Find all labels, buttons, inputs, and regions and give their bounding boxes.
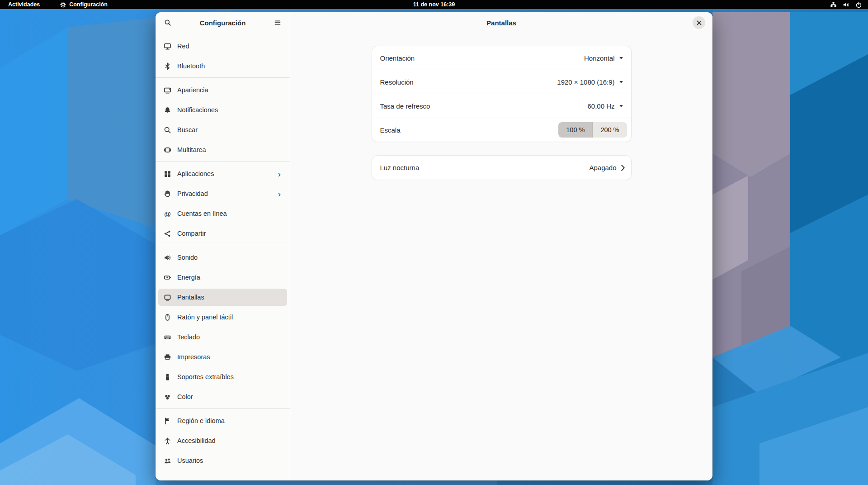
search-icon	[164, 126, 171, 134]
sidebar-item-label: Ratón y panel táctil	[177, 314, 233, 321]
scale-row: Escala 100 % 200 %	[372, 118, 631, 142]
sidebar-item-accesibilidad[interactable]: Accesibilidad	[158, 432, 287, 449]
sidebar-item-label: Privacidad	[177, 190, 208, 197]
color-icon	[164, 393, 171, 401]
power-icon	[855, 1, 862, 8]
sidebar-item-usuarios[interactable]: Usuarios	[158, 452, 287, 469]
orientation-row[interactable]: Orientación Horizontal	[372, 46, 631, 70]
scale-segmented-control: 100 % 200 %	[558, 122, 627, 138]
users-icon	[164, 457, 171, 465]
system-status-area[interactable]	[830, 1, 862, 8]
chevron-down-icon	[619, 105, 623, 107]
sidebar-item-label: Pantallas	[177, 294, 204, 301]
sidebar-item-red[interactable]: Red	[158, 38, 287, 55]
sidebar-item-label: Accesibilidad	[177, 437, 216, 444]
activities-button[interactable]: Actividades	[8, 1, 40, 8]
night-light-card: Luz nocturna Apagado	[372, 156, 631, 180]
sidebar-item-multitarea[interactable]: Multitarea	[158, 141, 287, 158]
sidebar-item-label: Usuarios	[177, 457, 203, 464]
sidebar-item-notificaciones[interactable]: Notificaciones	[158, 101, 287, 119]
speaker-icon	[164, 254, 171, 262]
display-icon	[164, 294, 171, 301]
sidebar-divider	[156, 77, 290, 78]
focused-app-menu[interactable]: Configuración	[60, 1, 108, 8]
sidebar-item-label: Cuentas en línea	[177, 210, 227, 217]
sidebar-item-region-e-idioma[interactable]: Región e idioma	[158, 412, 287, 429]
search-icon	[164, 19, 171, 26]
top-bar: Actividades Configuración 11 de nov 16:3…	[0, 0, 868, 9]
sidebar-item-bluetooth[interactable]: Bluetooth	[158, 57, 287, 75]
sidebar-item-soportes-extraibles[interactable]: Soportes extraíbles	[158, 368, 287, 385]
sidebar-item-buscar[interactable]: Buscar	[158, 121, 287, 138]
display-settings-card: Orientación Horizontal Resolución 1920 ×…	[372, 46, 631, 142]
chevron-right-icon	[621, 165, 625, 171]
panel-content: Orientación Horizontal Resolución 1920 ×…	[290, 33, 712, 180]
sidebar-item-teclado[interactable]: Teclado	[158, 328, 287, 346]
sidebar-headerbar: Configuración	[156, 12, 290, 33]
sidebar-item-label: Notificaciones	[177, 106, 218, 114]
close-button[interactable]	[693, 16, 705, 29]
night-light-row[interactable]: Luz nocturna Apagado	[372, 156, 631, 180]
resolution-row[interactable]: Resolución 1920 × 1080 (16:9)	[372, 70, 631, 94]
sidebar-item-compartir[interactable]: Compartir	[158, 225, 287, 242]
usb-icon	[164, 373, 171, 381]
main-menu-button[interactable]	[271, 16, 284, 29]
sidebar-item-label: Color	[177, 393, 193, 400]
settings-window: Configuración Red Bluetooth	[156, 12, 712, 480]
sidebar-item-raton-y-panel-tactil[interactable]: Ratón y panel táctil	[158, 309, 287, 326]
sidebar-item-energia[interactable]: Energía	[158, 269, 287, 286]
sidebar-item-pantallas[interactable]: Pantallas	[158, 289, 287, 306]
search-button[interactable]	[161, 16, 175, 29]
sidebar-divider	[156, 408, 290, 409]
clock[interactable]: 11 de nov 16:39	[0, 1, 868, 8]
resolution-label: Resolución	[380, 78, 557, 86]
scale-100-button[interactable]: 100 %	[558, 122, 592, 138]
orientation-value: Horizontal	[584, 54, 615, 62]
sidebar-divider	[156, 245, 290, 245]
sidebar-item-label: Impresoras	[177, 353, 210, 361]
activities-label: Actividades	[8, 1, 40, 8]
battery-icon	[164, 274, 171, 281]
chevron-right-icon: ›	[278, 170, 282, 178]
close-icon	[697, 20, 702, 25]
sidebar-item-label: Compartir	[177, 230, 206, 237]
refresh-rate-value: 60,00 Hz	[587, 102, 614, 110]
night-light-label: Luz nocturna	[380, 164, 590, 171]
sidebar-item-label: Sonido	[177, 254, 198, 261]
mouse-icon	[164, 314, 171, 321]
sidebar-item-privacidad[interactable]: Privacidad ›	[158, 185, 287, 202]
keyboard-icon	[164, 333, 171, 341]
app-menu-label: Configuración	[69, 1, 108, 8]
sidebar-item-impresoras[interactable]: Impresoras	[158, 348, 287, 366]
sidebar-item-aplicaciones[interactable]: Aplicaciones ›	[158, 165, 287, 182]
sidebar-item-label: Buscar	[177, 126, 198, 133]
night-light-status: Apagado	[589, 164, 616, 171]
sidebar-item-label: Soportes extraíbles	[177, 373, 234, 380]
hamburger-icon	[274, 19, 281, 26]
volume-icon	[843, 1, 849, 8]
printer-icon	[164, 353, 171, 361]
sidebar-item-apariencia[interactable]: Apariencia	[158, 81, 287, 99]
sidebar-list: Red Bluetooth Apariencia Notifi	[156, 33, 290, 480]
sidebar-item-label: Multitarea	[177, 146, 206, 153]
at-icon: @	[164, 210, 171, 218]
sidebar-item-sonido[interactable]: Sonido	[158, 249, 287, 266]
scale-200-button[interactable]: 200 %	[592, 122, 627, 138]
main-headerbar: Pantallas	[290, 12, 712, 33]
sidebar-divider	[156, 161, 290, 162]
page-title: Pantallas	[486, 19, 516, 27]
network-icon	[164, 43, 171, 50]
resolution-value: 1920 × 1080 (16:9)	[557, 78, 614, 86]
flag-icon	[164, 417, 171, 425]
gear-icon	[60, 1, 66, 8]
displays-panel: Pantallas Orientación Horizontal Resoluc…	[290, 12, 712, 480]
sidebar-item-label: Teclado	[177, 333, 200, 341]
sidebar-item-cuentas-en-linea[interactable]: @ Cuentas en línea	[158, 205, 287, 222]
chevron-right-icon: ›	[278, 190, 282, 198]
sidebar-item-color[interactable]: Color	[158, 388, 287, 405]
settings-sidebar: Configuración Red Bluetooth	[156, 12, 290, 480]
refresh-rate-row[interactable]: Tasa de refresco 60,00 Hz	[372, 94, 631, 118]
appearance-icon	[164, 86, 171, 94]
hand-icon	[164, 190, 171, 198]
chevron-down-icon	[619, 57, 623, 59]
